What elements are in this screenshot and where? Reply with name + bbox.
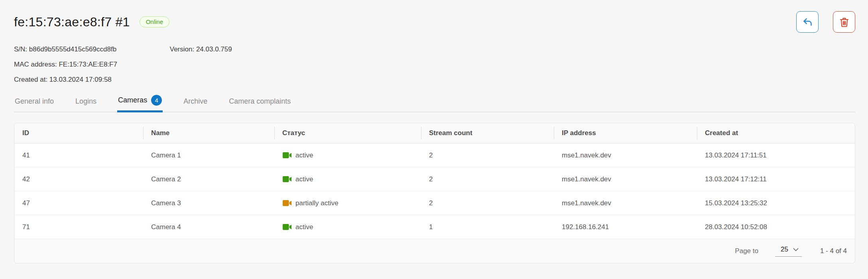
cell-stream-count: 2 — [421, 151, 554, 159]
cell-id: 41 — [14, 151, 143, 159]
table-row[interactable]: 42 Camera 2 active 2 mse1.navek.dev 13.0… — [14, 167, 855, 191]
table-row[interactable]: 41 Camera 1 active 2 mse1.navek.dev 13.0… — [14, 143, 855, 167]
cell-ip-address: 192.168.16.241 — [554, 223, 697, 231]
page-size-select[interactable]: 25 — [775, 246, 802, 257]
cell-name: Camera 1 — [143, 151, 274, 159]
trash-icon — [839, 17, 850, 28]
page-title: fe:15:73:ae:e8:f7 #1 — [14, 15, 130, 29]
table-row[interactable]: 47 Camera 3 partially active 2 mse1.nave… — [14, 191, 855, 215]
cell-ip-address: mse1.navek.dev — [554, 199, 697, 207]
mac-address: MAC address: FE:15:73:AE:E8:F7 — [14, 61, 117, 68]
pagination-range: 1 - 4 of 4 — [820, 247, 847, 255]
cell-created-at: 13.03.2024 17:12:11 — [697, 175, 855, 183]
video-camera-icon — [282, 223, 292, 231]
page-size-value: 25 — [781, 246, 788, 253]
cell-status: active — [274, 223, 421, 231]
tab-bar: General info Logins Cameras 4 Archive Ca… — [14, 92, 855, 112]
video-camera-icon — [282, 175, 292, 183]
cameras-table-card: IDNameСтатусStream countIP addressCreate… — [14, 123, 855, 263]
cell-id: 42 — [14, 175, 143, 183]
table-footer: Page to 25 1 - 4 of 4 — [14, 239, 855, 263]
tab-label: Logins — [75, 97, 96, 106]
column-header: Stream count — [421, 123, 554, 143]
cell-status: partially active — [274, 199, 421, 207]
rollback-button[interactable] — [796, 11, 819, 33]
page-size-label: Page to — [735, 247, 758, 255]
column-header: IP address — [554, 123, 697, 143]
cell-name: Camera 4 — [143, 223, 274, 231]
tab-label: Camera complaints — [229, 97, 291, 106]
created-at: Created at: 13.03.2024 17:09:58 — [14, 76, 112, 83]
tab-label: Cameras — [118, 96, 147, 104]
cell-status: active — [274, 175, 421, 183]
version: Version: 24.03.0.759 — [170, 45, 232, 53]
device-meta: S/N: b86d9b5555d415c569ccd8fb Version: 2… — [14, 45, 855, 84]
tab-camera-complaints[interactable]: Camera complaints — [228, 95, 291, 112]
tab-archive[interactable]: Archive — [183, 95, 208, 112]
cell-id: 47 — [14, 199, 143, 207]
online-status-badge: Online — [140, 16, 169, 28]
table-body: 41 Camera 1 active 2 mse1.navek.dev 13.0… — [14, 143, 855, 239]
cell-created-at: 28.03.2024 10:52:08 — [697, 223, 855, 231]
column-header: Name — [143, 123, 274, 143]
header-actions — [796, 11, 855, 33]
video-camera-icon — [282, 151, 292, 159]
video-camera-icon — [282, 199, 292, 207]
delete-device-button[interactable] — [833, 11, 855, 33]
cell-name: Camera 2 — [143, 175, 274, 183]
title-row: fe:15:73:ae:e8:f7 #1 Online — [14, 10, 855, 33]
status-label: active — [295, 175, 313, 183]
table-header: IDNameСтатусStream countIP addressCreate… — [14, 123, 855, 143]
cell-id: 71 — [14, 223, 143, 231]
cell-stream-count: 1 — [421, 223, 554, 231]
tab-count-badge: 4 — [151, 95, 162, 106]
column-header: Created at — [697, 123, 855, 143]
cell-stream-count: 2 — [421, 175, 554, 183]
table-row[interactable]: 71 Camera 4 active 1 192.168.16.241 28.0… — [14, 215, 855, 239]
tab-logins[interactable]: Logins — [75, 95, 97, 112]
cell-status: active — [274, 151, 421, 159]
status-label: active — [295, 223, 313, 231]
column-header: Статус — [274, 123, 421, 143]
serial-number: S/N: b86d9b5555d415c569ccd8fb — [14, 45, 168, 53]
cell-stream-count: 2 — [421, 199, 554, 207]
tab-general-info[interactable]: General info — [14, 95, 55, 112]
cell-created-at: 13.03.2024 17:11:51 — [697, 151, 855, 159]
undo-arrow-icon — [802, 17, 813, 28]
status-label: active — [295, 151, 313, 159]
cell-ip-address: mse1.navek.dev — [554, 151, 697, 159]
status-label: partially active — [295, 199, 339, 207]
tab-cameras[interactable]: Cameras 4 — [117, 92, 163, 112]
cell-name: Camera 3 — [143, 199, 274, 207]
cell-ip-address: mse1.navek.dev — [554, 175, 697, 183]
tab-label: Archive — [183, 97, 207, 106]
column-header: ID — [14, 123, 143, 143]
device-detail-page: fe:15:73:ae:e8:f7 #1 Online S/N: b86d9 — [0, 0, 868, 263]
cell-created-at: 15.03.2024 13:25:32 — [697, 199, 855, 207]
chevron-down-icon — [793, 248, 799, 251]
tab-label: General info — [15, 97, 54, 106]
